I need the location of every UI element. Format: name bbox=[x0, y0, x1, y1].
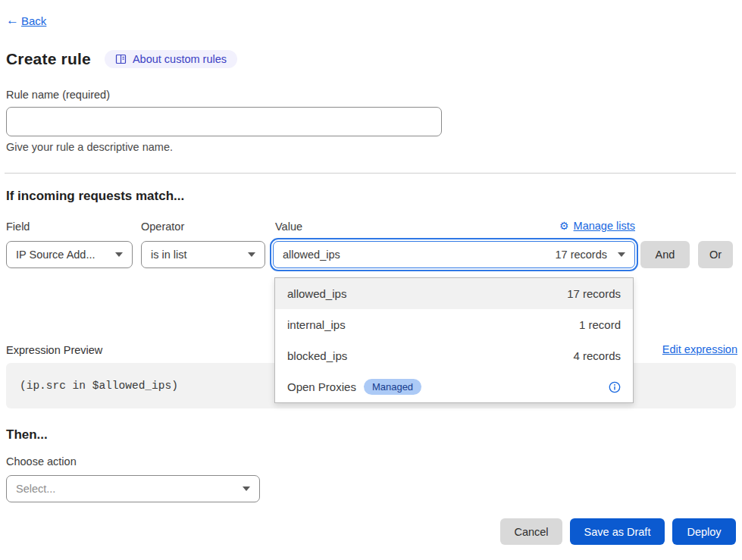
value-select[interactable]: allowed_ips 17 records bbox=[273, 241, 635, 268]
expression-preview-label: Expression Preview bbox=[6, 344, 102, 356]
list-option-name: blocked_ips bbox=[287, 349, 347, 362]
list-option-name: Open Proxies bbox=[287, 380, 356, 393]
list-option-name: allowed_ips bbox=[287, 287, 346, 300]
then-section-heading: Then... bbox=[6, 427, 48, 443]
expression-code: (ip.src in $allowed_ips) bbox=[20, 380, 178, 392]
manage-lists-label: Manage lists bbox=[574, 220, 635, 232]
operator-select[interactable]: is in list bbox=[141, 241, 265, 268]
choose-action-label: Choose action bbox=[6, 455, 77, 468]
list-option-internal-ips[interactable]: internal_ips 1 record bbox=[275, 309, 633, 340]
match-section-heading: If incoming requests match... bbox=[6, 189, 184, 204]
list-option-open-proxies[interactable]: Open Proxies Managed bbox=[275, 371, 633, 402]
list-option-records: 1 record bbox=[579, 318, 621, 331]
field-label: Field bbox=[6, 221, 30, 233]
list-option-blocked-ips[interactable]: blocked_ips 4 records bbox=[275, 340, 633, 371]
operator-label: Operator bbox=[141, 221, 184, 233]
list-dropdown-panel: allowed_ips 17 records internal_ips 1 re… bbox=[274, 277, 634, 403]
chevron-down-icon bbox=[248, 252, 255, 257]
rule-name-label: Rule name (required) bbox=[6, 89, 110, 101]
title-row: Create rule About custom rules bbox=[6, 50, 237, 68]
edit-expression-link[interactable]: Edit expression bbox=[662, 343, 737, 355]
about-badge-label: About custom rules bbox=[133, 53, 227, 65]
gear-icon: ⚙ bbox=[559, 220, 569, 232]
value-select-value: allowed_ips bbox=[283, 249, 555, 261]
list-option-records: 4 records bbox=[573, 349, 621, 362]
info-icon[interactable] bbox=[609, 381, 621, 393]
field-select[interactable]: IP Source Add... bbox=[6, 241, 133, 268]
chevron-down-icon bbox=[618, 252, 625, 257]
deploy-button[interactable]: Deploy bbox=[672, 518, 736, 545]
list-option-allowed-ips[interactable]: allowed_ips 17 records bbox=[275, 278, 633, 309]
section-divider bbox=[5, 173, 736, 174]
list-option-name: internal_ips bbox=[287, 318, 346, 331]
rule-name-helper-text: Give your rule a descriptive name. bbox=[6, 141, 173, 153]
action-select-placeholder: Select... bbox=[16, 483, 235, 495]
save-as-draft-button[interactable]: Save as Draft bbox=[570, 518, 665, 545]
value-select-records: 17 records bbox=[555, 249, 607, 261]
and-button[interactable]: And bbox=[640, 241, 690, 268]
value-label: Value bbox=[275, 221, 302, 233]
list-option-records: 17 records bbox=[567, 287, 621, 300]
page-title: Create rule bbox=[6, 50, 91, 68]
back-link-label: Back bbox=[21, 14, 46, 27]
operator-select-value: is in list bbox=[151, 249, 240, 261]
or-button[interactable]: Or bbox=[698, 241, 733, 268]
back-link[interactable]: ← Back bbox=[6, 13, 46, 28]
manage-lists-link[interactable]: ⚙ Manage lists bbox=[559, 220, 635, 232]
rule-name-input[interactable] bbox=[6, 107, 442, 136]
book-icon bbox=[115, 54, 127, 64]
action-select[interactable]: Select... bbox=[6, 475, 260, 502]
chevron-down-icon bbox=[115, 252, 123, 257]
back-arrow-icon: ← bbox=[6, 13, 19, 28]
field-select-value: IP Source Add... bbox=[16, 249, 108, 261]
about-custom-rules-link[interactable]: About custom rules bbox=[105, 50, 237, 68]
cancel-button[interactable]: Cancel bbox=[500, 518, 562, 545]
managed-badge: Managed bbox=[364, 379, 421, 395]
chevron-down-icon bbox=[243, 486, 250, 491]
